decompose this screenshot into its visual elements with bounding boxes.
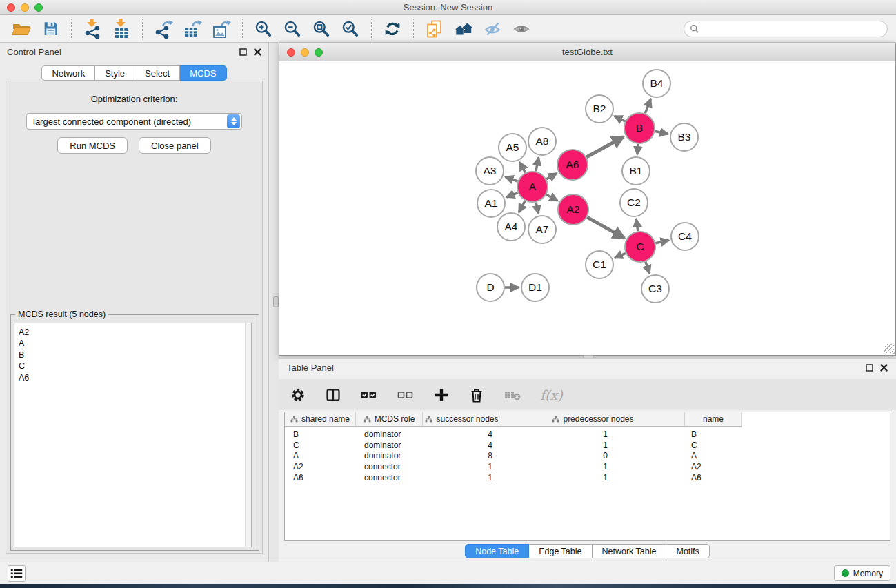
graph-node-B[interactable]: B [624, 113, 655, 143]
add-column-icon[interactable] [433, 387, 450, 403]
show-all-button[interactable] [507, 17, 536, 41]
graph-edge-A-A1[interactable] [506, 193, 517, 198]
close-panel-icon[interactable] [254, 48, 261, 56]
graph-node-C1[interactable]: C1 [586, 251, 613, 278]
table-cell[interactable]: 0 [501, 451, 685, 460]
minimize-network-button[interactable] [301, 48, 309, 57]
graph-edge-B-B4[interactable] [645, 99, 650, 113]
table-cell[interactable]: 8 [423, 451, 501, 460]
graph-node-B4[interactable]: B4 [643, 70, 670, 97]
tab-select[interactable]: Select [135, 65, 180, 81]
float-panel-icon[interactable] [866, 364, 873, 372]
network-from-file-button[interactable] [420, 17, 449, 41]
table-cell[interactable]: 1 [423, 473, 501, 483]
split-divider-handle[interactable] [273, 296, 279, 307]
close-network-button[interactable] [287, 48, 295, 57]
table-row[interactable]: A2connector11A2 [285, 461, 890, 472]
column-header-successor-nodes[interactable]: successor nodes [423, 412, 501, 427]
delete-column-trash-icon[interactable] [468, 387, 485, 403]
zoom-selected-button[interactable] [336, 17, 365, 41]
table-cell[interactable]: A6 [685, 473, 742, 483]
export-network-button[interactable] [149, 17, 178, 41]
table-cell[interactable]: dominator [356, 440, 423, 450]
table-cell[interactable]: 4 [423, 440, 501, 450]
table-row[interactable]: Cdominator41C [285, 440, 890, 451]
graph-edge-A-A2[interactable] [546, 194, 557, 201]
graph-node-C2[interactable]: C2 [620, 189, 648, 216]
network-window-titlebar[interactable]: testGlobe.txt [279, 43, 895, 61]
table-cell[interactable]: dominator [356, 451, 423, 460]
graph-node-C[interactable]: C [625, 232, 655, 262]
criterion-dropdown[interactable]: largest connected component (directed) [26, 113, 242, 130]
select-all-icon[interactable] [360, 387, 378, 403]
table-cell[interactable]: B [685, 429, 742, 439]
mcds-result-item[interactable]: C [19, 361, 251, 372]
memory-button[interactable]: Memory [834, 565, 890, 581]
table-cell[interactable]: connector [356, 462, 423, 472]
result-scrollbar[interactable] [245, 323, 251, 547]
table-cell[interactable]: 1 [423, 462, 501, 472]
tab-network-table[interactable]: Network Table [593, 544, 667, 558]
graph-node-C4[interactable]: C4 [671, 223, 699, 250]
tab-mcds[interactable]: MCDS [180, 65, 226, 81]
refresh-view-button[interactable] [378, 17, 407, 41]
search-box[interactable] [684, 21, 888, 37]
hide-selected-button[interactable] [478, 17, 507, 41]
tab-network[interactable]: Network [41, 65, 95, 81]
table-cell[interactable]: A2 [285, 462, 356, 472]
graph-node-A1[interactable]: A1 [477, 190, 505, 217]
table-cell[interactable]: 1 [501, 429, 685, 439]
settings-gear-icon[interactable] [290, 387, 306, 403]
mcds-result-item[interactable]: B [19, 349, 251, 361]
graph-edge-A-A3[interactable] [506, 176, 518, 181]
column-header-predecessor-nodes[interactable]: predecessor nodes [501, 412, 685, 427]
tab-style[interactable]: Style [95, 65, 135, 81]
first-neighbors-button[interactable] [449, 17, 478, 41]
table-cell[interactable]: connector [356, 473, 423, 483]
table-cell[interactable]: 1 [501, 473, 685, 483]
zoom-in-button[interactable] [249, 17, 278, 41]
mcds-result-item[interactable]: A [19, 338, 251, 349]
mcds-result-list[interactable]: A2ABCA6 [14, 323, 252, 547]
table-cell[interactable]: 1 [501, 462, 685, 472]
close-window-button[interactable] [7, 3, 15, 12]
graph-edge-A-A5[interactable] [520, 162, 526, 172]
graph-node-C3[interactable]: C3 [641, 275, 669, 303]
show-column-icon[interactable] [325, 387, 341, 403]
tab-node-table[interactable]: Node Table [465, 544, 529, 558]
column-header-mcds-role[interactable]: MCDS role [356, 412, 423, 427]
table-cell[interactable]: C [685, 440, 742, 450]
tab-edge-table[interactable]: Edge Table [529, 544, 592, 558]
graph-edge-A-A4[interactable] [519, 201, 525, 212]
graph-edge-A6-B[interactable] [586, 136, 624, 157]
table-cell[interactable]: A [685, 451, 742, 460]
graph-edge-A-A7[interactable] [536, 202, 539, 213]
function-builder-icon[interactable]: f(x) [540, 387, 563, 403]
table-cell[interactable]: 1 [501, 440, 685, 450]
delete-table-icon[interactable] [504, 387, 521, 403]
graph-node-A2[interactable]: A2 [558, 194, 588, 225]
graph-edge-C-C2[interactable] [636, 219, 637, 231]
mcds-result-item[interactable]: A6 [19, 372, 251, 383]
table-row[interactable]: Adominator80A [285, 451, 890, 462]
zoom-fit-button[interactable] [307, 17, 336, 41]
graph-node-B1[interactable]: B1 [622, 157, 650, 185]
export-image-button[interactable] [207, 17, 236, 41]
save-session-button[interactable] [36, 17, 65, 41]
unselect-all-icon[interactable] [397, 387, 415, 403]
node-table[interactable]: shared nameMCDS rolesuccessor nodesprede… [284, 412, 890, 541]
graph-edge-B-B1[interactable] [637, 144, 638, 154]
close-panel-icon[interactable] [880, 364, 888, 372]
table-row[interactable]: A6connector11A6 [285, 472, 890, 483]
graph-edge-A-A6[interactable] [546, 174, 557, 179]
graph-edge-C-C3[interactable] [646, 262, 650, 274]
open-session-button[interactable] [7, 17, 36, 41]
graph-edge-A2-C[interactable] [587, 217, 624, 238]
graph-node-A5[interactable]: A5 [499, 134, 526, 161]
graph-node-D[interactable]: D [477, 274, 504, 301]
table-cell[interactable]: C [285, 440, 356, 450]
close-panel-button[interactable]: Close panel [139, 137, 211, 154]
graph-node-A6[interactable]: A6 [557, 150, 588, 180]
graph-edge-B-B2[interactable] [615, 116, 626, 121]
graph-edge-B-B3[interactable] [655, 132, 668, 134]
